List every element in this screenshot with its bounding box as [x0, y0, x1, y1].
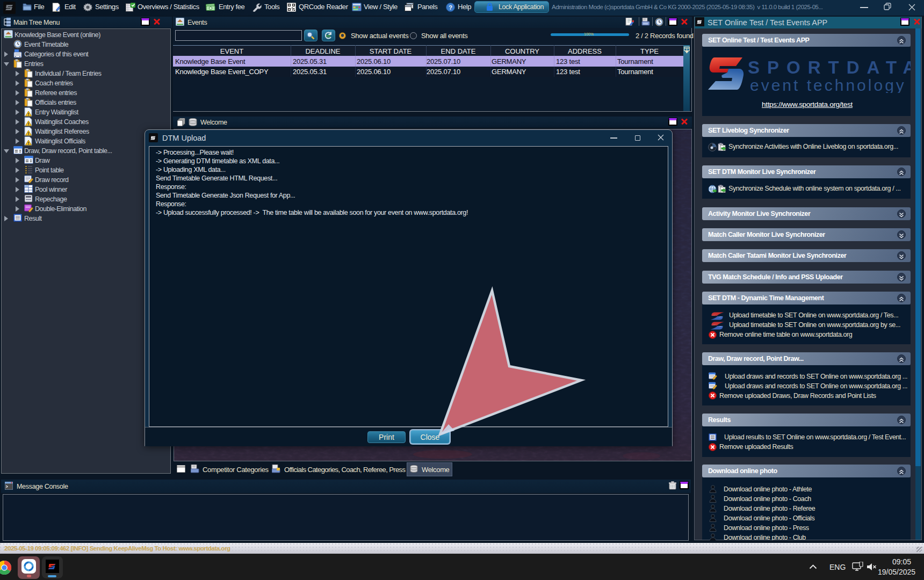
svg-text:SPORTDATA: SPORTDATA [748, 57, 911, 77]
svg-text:event technology: event technology [750, 76, 906, 93]
svg-text:?: ? [449, 4, 452, 11]
